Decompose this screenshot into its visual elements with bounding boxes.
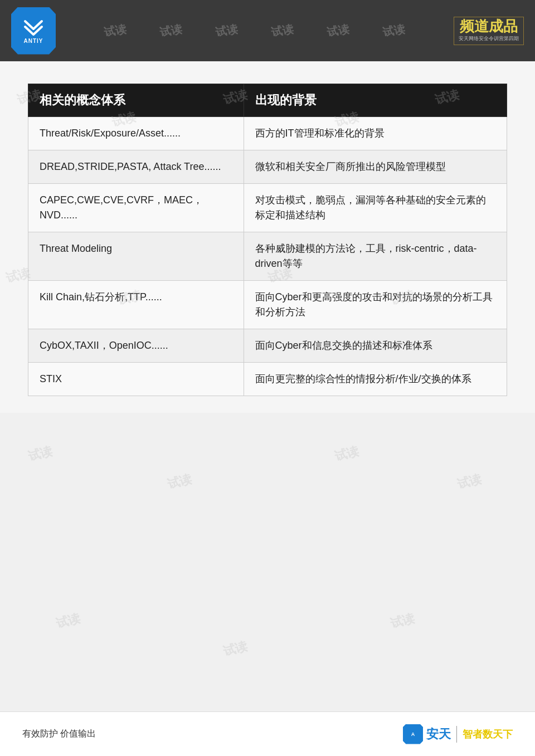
watermark-12: 试读: [333, 443, 361, 465]
header-wm-2: 试读: [159, 23, 183, 38]
table-cell-col1: STIX: [28, 363, 244, 396]
header-wm-5: 试读: [326, 23, 351, 38]
table-row: STIX面向更完整的综合性的情报分析/作业/交换的体系: [28, 363, 507, 396]
header-right-logo-main: 频道成品: [460, 19, 518, 34]
header-wm-6: 试读: [382, 23, 406, 38]
footer-logo-secondary: 智者数天下: [463, 728, 513, 741]
header-right-logo-sub: 安天网络安全令训营第四期: [459, 35, 519, 42]
table-cell-col1: CAPEC,CWE,CVE,CVRF，MAEC，NVD......: [28, 184, 244, 232]
header-wm-4: 试读: [270, 23, 295, 38]
logo-chevrons: [23, 18, 44, 36]
header-watermarks: 试读 试读 试读 试读 试读 试读: [56, 23, 454, 38]
watermark-11: 试读: [166, 471, 193, 493]
footer: 有效防护 价值输出 A 安天 智者数天下: [0, 711, 535, 756]
watermark-16: 试读: [388, 610, 416, 632]
main-content: 相关的概念体系 出现的背景 Threat/Risk/Exposure/Asset…: [0, 61, 535, 413]
table-cell-col2: 微软和相关安全厂商所推出的风险管理模型: [244, 150, 507, 184]
table-cell-col1: Threat/Risk/Exposure/Asset......: [28, 117, 244, 150]
col2-header: 出现的背景: [244, 84, 507, 117]
concept-table: 相关的概念体系 出现的背景 Threat/Risk/Exposure/Asset…: [28, 84, 507, 396]
header: ANTIY 试读 试读 试读 试读 试读 试读 频道成品 安天网络安全令训营第四…: [0, 0, 535, 61]
watermark-10: 试读: [26, 443, 54, 465]
table-row: DREAD,STRIDE,PASTA, Attack Tree......微软和…: [28, 150, 507, 184]
watermark-15: 试读: [221, 638, 249, 660]
table-row: Kill Chain,钻石分析,TTP......面向Cyber和更高强度的攻击…: [28, 281, 507, 329]
col1-header: 相关的概念体系: [28, 84, 244, 117]
table-cell-col1: Threat Modeling: [28, 232, 244, 281]
table-cell-col2: 面向更完整的综合性的情报分析/作业/交换的体系: [244, 363, 507, 396]
watermark-13: 试读: [455, 471, 483, 493]
footer-logo-divider: [456, 726, 457, 743]
table-row: CybOX,TAXII，OpenIOC......面向Cyber和信息交换的描述…: [28, 329, 507, 363]
footer-antiy-label: A: [411, 731, 415, 737]
footer-slogan: 有效防护 价值输出: [22, 728, 96, 740]
table-cell-col2: 面向Cyber和信息交换的描述和标准体系: [244, 329, 507, 363]
watermark-14: 试读: [54, 610, 82, 632]
antiy-logo: ANTIY: [11, 7, 56, 55]
table-cell-col2: 面向Cyber和更高强度的攻击和对抗的场景的分析工具和分析方法: [244, 281, 507, 329]
table-cell-col1: CybOX,TAXII，OpenIOC......: [28, 329, 244, 363]
table-cell-col1: Kill Chain,钻石分析,TTP......: [28, 281, 244, 329]
table-row: Threat Modeling各种威胁建模的方法论，工具，risk-centri…: [28, 232, 507, 281]
footer-logo-main: 安天: [426, 726, 451, 743]
antiy-label: ANTIY: [24, 38, 43, 44]
table-cell-col2: 西方的IT管理和标准化的背景: [244, 117, 507, 150]
table-cell-col2: 各种威胁建模的方法论，工具，risk-centric，data-driven等等: [244, 232, 507, 281]
header-wm-3: 试读: [215, 23, 239, 38]
table-header-row: 相关的概念体系 出现的背景: [28, 84, 507, 117]
logo-svg: [23, 18, 44, 36]
header-right-logo: 频道成品 安天网络安全令训营第四期: [454, 17, 524, 45]
table-cell-col2: 对攻击模式，脆弱点，漏洞等各种基础的安全元素的标定和描述结构: [244, 184, 507, 232]
footer-logo-group: A 安天 智者数天下: [403, 724, 513, 744]
table-cell-col1: DREAD,STRIDE,PASTA, Attack Tree......: [28, 150, 244, 184]
header-wm-1: 试读: [103, 23, 128, 38]
footer-antiy-icon: A: [403, 724, 423, 744]
table-row: Threat/Risk/Exposure/Asset......西方的IT管理和…: [28, 117, 507, 150]
table-row: CAPEC,CWE,CVE,CVRF，MAEC，NVD......对攻击模式，脆…: [28, 184, 507, 232]
